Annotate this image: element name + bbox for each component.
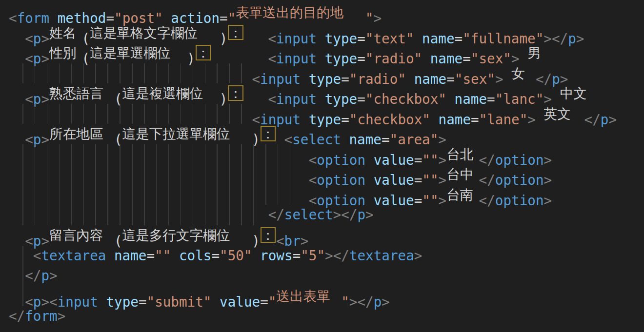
text-content: 台北 [446,144,479,165]
indent-guide [120,144,121,165]
indent-guide [181,63,181,84]
punct: > [365,207,374,223]
indent-guide [35,185,36,205]
indent-guide [107,104,108,124]
indent-guide [205,104,206,124]
indent-guide [83,164,84,185]
indent-guide [120,164,121,185]
indent-guide [181,205,181,225]
indent-guide [83,144,84,165]
code-line-1[interactable]: <form method="post" action="表單送出的目的地"> [0,2,644,23]
indent-guide [47,63,48,84]
indent-guide [205,144,206,165]
code-line-12[interactable]: <p>留言內容(這是多行文字欄位)：<br> [0,225,644,246]
code-line-2[interactable]: <p>姓名(這是單格文字欄位)： <input type="text" name… [0,23,644,43]
indent-guide [35,63,36,84]
indent-guide [144,104,145,124]
indent-guide [47,205,48,225]
indent-guide [253,144,254,165]
code-line-6[interactable]: <input type="checkbox" name="lane"> 英文 <… [0,104,644,124]
unicode-highlight-colon: ： [227,23,243,43]
indent-guide [71,144,72,165]
indent-guide [120,63,121,84]
indent-guide [217,185,218,205]
indent-guide [156,144,157,165]
code-line-9[interactable]: <option value="">台中</option> [0,164,644,185]
indent-guide [35,205,36,225]
indent-guide [120,205,121,225]
operator: = [146,248,155,264]
indent-guide [144,185,145,205]
indent-guide [59,63,60,84]
indent-guide [95,63,96,84]
indent-guide [95,164,96,185]
attribute-name: rows [260,248,292,264]
indent-guide [205,185,206,205]
text-content: 性別 [49,43,81,63]
code-line-3[interactable]: <p>性別(這是單選欄位)： <input type="radio" name=… [0,43,644,63]
code-line-8[interactable]: <option value="">台北</option> [0,144,644,165]
code-line-15[interactable]: <p><input type="submit" value="送出表單"></p… [0,286,644,307]
text-content: 這是單選欄位 [90,43,187,63]
code-line-16[interactable]: </form> [0,306,644,327]
punct: </ [268,207,284,223]
indent-guide [229,144,230,165]
indent-guide [22,63,23,84]
indent-guide [47,104,48,124]
indent-guide [193,144,194,165]
punct: </ [9,308,25,324]
code-line-7[interactable]: <p>所在地區(這是下拉選單欄位)： <select name="area"> [0,124,644,144]
indent-guide [35,144,36,165]
indent-guide [35,164,36,185]
indent-guide [241,104,242,124]
indent-guide [83,104,84,124]
indent-guide [181,164,181,185]
punct: </ [25,268,41,284]
indent-guide [193,205,194,225]
code-line-4[interactable]: <input type="radio" name="sex"> 女 </p> [0,63,644,84]
indent-guide [241,205,242,225]
indent-guide [168,104,169,124]
indent-guide [107,63,108,84]
code-line-13[interactable]: <textarea name="" cols="50" rows="5"></t… [0,246,644,266]
indent-guide [217,144,218,165]
whitespace [252,248,260,264]
indent-guide [278,185,279,205]
indent-guide [193,63,194,84]
operator: = [211,248,220,264]
indent-guide [132,104,133,124]
indent-guide [168,144,169,165]
tag-name: form [25,308,57,324]
indent-guide [229,104,230,124]
code-line-5[interactable]: <p>熟悉語言(這是複選欄位)： <input type="checkbox" … [0,83,644,104]
indent-guide [107,144,108,165]
indent-guide [132,185,133,205]
indent-guide [156,104,157,124]
indent-guide [181,104,181,124]
indent-guide [144,63,145,84]
code-line-11[interactable]: </select></p> [0,205,644,225]
punct: > [414,248,423,264]
indent-guide [35,104,36,124]
indent-guide [59,144,60,165]
attribute-name: cols [179,248,211,264]
string-value: "50" [220,248,252,264]
punct: </ [333,248,349,264]
indent-guide [59,164,60,185]
indent-guide [241,144,242,165]
indent-guide [71,63,72,84]
code-line-14[interactable]: </p> [0,266,644,286]
indent-guide [132,63,133,84]
text-content: 中文 [560,83,592,104]
indent-guide [168,205,169,225]
text-content: 台中 [446,164,479,185]
code-line-10[interactable]: <option value="">台南</option> [0,185,644,205]
indent-guide [107,185,108,205]
indent-guide [181,185,181,205]
string-value: 送出表單 [276,286,341,307]
indent-guide [156,63,157,84]
code-editor[interactable]: <form method="post" action="表單送出的目的地"> <… [0,0,644,332]
indent-guide [144,205,145,225]
indent-guide [193,104,194,124]
indent-guide [95,205,96,225]
